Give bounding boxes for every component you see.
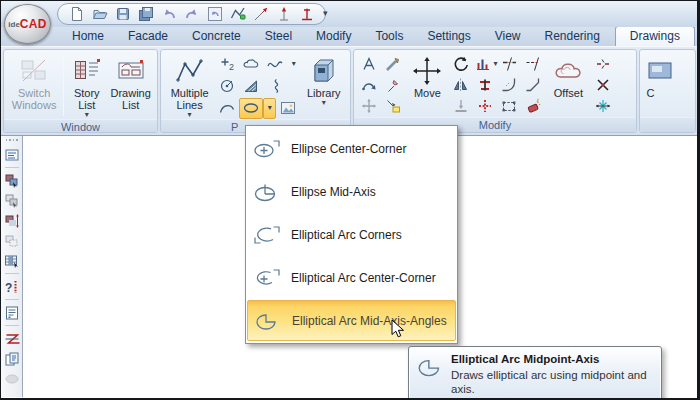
toolbar-stub-icon[interactable]: [3, 370, 21, 387]
extend-icon[interactable]: [521, 53, 545, 74]
section-icon[interactable]: [3, 330, 21, 347]
multiple-lines-button[interactable]: Multiple Lines ▾: [164, 52, 215, 119]
rectangle-select-icon[interactable]: [497, 95, 521, 116]
switch-windows-icon: [19, 55, 49, 87]
chevron-down-icon: ▾: [188, 111, 192, 119]
tab-drawings[interactable]: Drawings: [615, 26, 695, 46]
tab-steel[interactable]: Steel: [256, 27, 301, 46]
report-icon[interactable]: [3, 304, 21, 321]
tab-settings[interactable]: Settings: [418, 27, 479, 46]
ellipse-mid-axis-icon: [252, 180, 282, 204]
deselect-objects-icon[interactable]: [3, 192, 21, 209]
redo-icon[interactable]: [183, 6, 200, 23]
scale-icon[interactable]: [357, 53, 381, 74]
annotation-icon[interactable]: [381, 95, 405, 116]
measure-icon[interactable]: [381, 53, 405, 74]
tab-home[interactable]: Home: [63, 27, 113, 46]
move-button[interactable]: Move: [405, 52, 449, 117]
polyline-lock-icon[interactable]: [229, 6, 246, 23]
ellipse-button[interactable]: [239, 98, 263, 119]
partial-big-button[interactable]: C: [643, 52, 692, 117]
drawing-list-button[interactable]: Drawing List: [107, 52, 154, 119]
rotate-icon[interactable]: [449, 53, 473, 74]
library-icon: [309, 55, 339, 87]
tab-concrete[interactable]: Concrete: [183, 27, 250, 46]
menu-item-ellipse-mid-axis[interactable]: Ellipse Mid-Axis: [247, 170, 456, 213]
toolbar-separator: [5, 167, 19, 168]
elliptical-arc-mid-axis-angles-icon: [253, 309, 283, 333]
select-by-axis-icon[interactable]: [3, 212, 21, 229]
open-file-icon[interactable]: [91, 6, 108, 23]
break-icon[interactable]: [591, 53, 615, 74]
align-icon[interactable]: [449, 95, 473, 116]
menu-item-elliptical-arc-corners[interactable]: Elliptical Arc Corners: [247, 213, 456, 256]
new-file-icon[interactable]: [68, 6, 85, 23]
select-similar-disabled-icon[interactable]: [3, 232, 21, 249]
quick-access-toolbar: [57, 3, 326, 25]
arc-icon[interactable]: [215, 98, 239, 119]
properties-form-icon[interactable]: [3, 146, 21, 163]
spline-icon[interactable]: [263, 54, 287, 75]
tab-facade[interactable]: Facade: [119, 27, 177, 46]
freehand-line-icon[interactable]: [263, 76, 287, 97]
table-select-icon[interactable]: [3, 252, 21, 269]
partial-button-icon: [647, 55, 675, 87]
tab-view[interactable]: View: [486, 27, 530, 46]
select-objects-icon[interactable]: [3, 172, 21, 189]
toolbar-separator: [5, 325, 19, 326]
align-center-icon[interactable]: [473, 74, 497, 95]
move-disabled-icon[interactable]: [357, 95, 381, 116]
insert-image-icon[interactable]: [276, 98, 300, 119]
menu-item-elliptical-arc-mid-axis-angles[interactable]: Elliptical Arc Mid-Axis-Angles: [247, 300, 456, 341]
stretch-icon[interactable]: [357, 74, 381, 95]
undo-view-icon[interactable]: [206, 6, 223, 23]
array-icon[interactable]: [473, 95, 497, 116]
library-button[interactable]: Library ▾: [300, 52, 347, 119]
toolbar-grip[interactable]: [6, 139, 18, 143]
trim-icon[interactable]: [497, 53, 521, 74]
elliptical-arc-corners-icon: [252, 223, 282, 247]
save-all-icon[interactable]: [137, 6, 154, 23]
draw-tools-grid: ▾ ▾: [215, 52, 300, 119]
application-menu-button[interactable]: ideCAD: [4, 4, 51, 44]
offset-copy-icon[interactable]: [215, 54, 239, 75]
group-separator: [63, 55, 64, 116]
chamfer-icon[interactable]: [521, 74, 545, 95]
ellipse-dropdown-button[interactable]: ▾: [263, 98, 276, 119]
copy-icon[interactable]: [3, 350, 21, 367]
query-icon[interactable]: [3, 278, 21, 295]
hatch-icon[interactable]: [239, 76, 263, 97]
tooltip: Elliptical Arc Midpoint-Axis Draws ellip…: [408, 346, 662, 400]
menu-item-ellipse-center-corner[interactable]: Ellipse Center-Corner: [247, 127, 456, 170]
statistics-icon[interactable]: [473, 53, 493, 74]
title-bar: ideCAD ▾: [1, 1, 697, 27]
tab-modify[interactable]: Modify: [307, 27, 360, 46]
delete-point-icon[interactable]: [591, 95, 615, 116]
switch-windows-button[interactable]: Switch Windows: [7, 52, 61, 119]
pick-vertical-icon[interactable]: [275, 6, 292, 23]
circle-icon[interactable]: [215, 76, 239, 97]
drawing-list-icon: [116, 55, 146, 87]
tab-rendering[interactable]: Rendering: [536, 27, 609, 46]
pick-point-icon[interactable]: [252, 6, 269, 23]
undo-icon[interactable]: [160, 6, 177, 23]
ribbon-group-partial: C: [639, 49, 696, 133]
fillet-icon[interactable]: [497, 74, 521, 95]
intersect-icon[interactable]: [591, 74, 615, 95]
explode-icon[interactable]: [521, 95, 545, 116]
menu-item-elliptical-arc-center-corner[interactable]: Elliptical Arc Center-Corner: [247, 256, 456, 299]
revision-cloud-icon[interactable]: [239, 54, 263, 75]
offset-button[interactable]: Offset: [545, 52, 591, 117]
match-properties-icon[interactable]: [381, 74, 405, 95]
ribbon-tab-bar: Home Facade Concrete Steel Modify Tools …: [1, 27, 697, 46]
move-icon: [412, 55, 442, 87]
quick-access-more-button[interactable]: ▾: [323, 8, 328, 18]
tab-tools[interactable]: Tools: [366, 27, 412, 46]
dimension-icon[interactable]: [298, 6, 315, 23]
mirror-icon[interactable]: [449, 74, 473, 95]
story-list-button[interactable]: Story List ▾: [66, 52, 107, 119]
spline-dropdown-button[interactable]: ▾: [287, 54, 300, 75]
chevron-down-icon: ▾: [85, 111, 89, 119]
story-list-icon: [72, 55, 102, 87]
save-icon[interactable]: [114, 6, 131, 23]
